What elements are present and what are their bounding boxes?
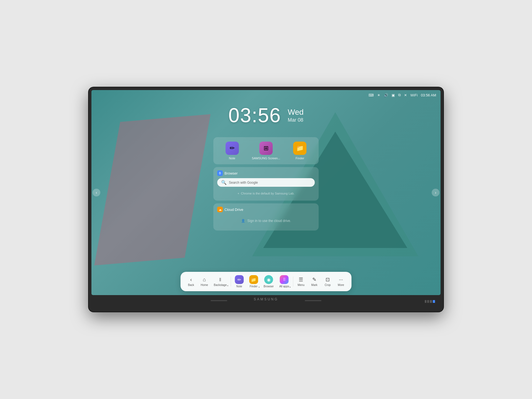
- bezel-bottom: SAMSUNG: [91, 295, 441, 303]
- search-icon: 🔍: [221, 180, 227, 185]
- browser-widget-title: Browser: [224, 171, 238, 175]
- browser-widget-icon: B: [217, 170, 223, 176]
- widgets-container: ✏ Note ⊞ SAMSUNG Screen... 📁 Finder B Br…: [213, 137, 319, 231]
- browser-label: Browser: [264, 285, 274, 288]
- clock-time: 03:56: [228, 104, 281, 127]
- cloud-content: 👤 Sign in to use the cloud drive.: [217, 214, 315, 227]
- crop-label: Crop: [325, 283, 331, 287]
- note-label: Note: [236, 285, 242, 288]
- samsung-app-icon: ⊞: [259, 142, 273, 155]
- more-icon: ···: [339, 277, 343, 283]
- mark-icon: ✎: [312, 277, 316, 283]
- browser-widget-header: B Browser: [217, 170, 315, 176]
- browser-add-icon: +: [237, 192, 239, 195]
- menu-icon: ☰: [299, 277, 303, 283]
- clock-month: Mar 08: [288, 117, 304, 123]
- taskbar-crop-button[interactable]: ⊡ Crop: [321, 275, 334, 288]
- app-samsung-screen[interactable]: ⊞ SAMSUNG Screen...: [252, 142, 280, 160]
- speaker-left: [211, 300, 227, 301]
- taskbar-divider-2: [293, 277, 293, 287]
- taskbar-backstage-button[interactable]: ⦀ Backstage ▾: [212, 276, 229, 288]
- right-arrow[interactable]: ›: [432, 189, 439, 196]
- brightness-icon: ☀: [377, 93, 380, 97]
- note-app-label: Note: [229, 157, 235, 160]
- allapps-dropdown-arrow: ▾: [290, 286, 291, 288]
- browser-content-text: + Chrome is the default by Samsung Lab.: [217, 190, 315, 197]
- mark-label: Mark: [311, 283, 317, 287]
- shape-pink: [94, 114, 211, 265]
- crop-icon: ⊡: [326, 277, 330, 283]
- taskbar-finder-button[interactable]: 📁 Finder ▾: [247, 274, 260, 289]
- taskbar-back-button[interactable]: ‹ Back: [185, 276, 197, 288]
- wifi-icon: WiFi: [410, 93, 418, 97]
- browser-search-bar[interactable]: 🔍 Search with Google: [217, 178, 315, 187]
- brand-logo: SAMSUNG: [254, 297, 278, 301]
- search-bar-placeholder: Search with Google: [229, 181, 258, 185]
- keyboard-icon: ⌨: [369, 93, 374, 97]
- browser-taskbar-icon: ◉: [264, 275, 273, 284]
- samsung-app-label: SAMSUNG Screen...: [252, 157, 280, 160]
- status-time: 03:56 AM: [421, 93, 436, 97]
- port-usb-2: [433, 300, 435, 303]
- widget-cloud-drive: ☁ Cloud Drive 👤 Sign in to use the cloud…: [213, 203, 319, 231]
- taskbar-divider-1: [231, 277, 231, 287]
- status-bar: ⌨ ☀ 🔊 ▣ ⧉ ✕ WiFi 03:56 AM: [91, 90, 441, 100]
- taskbar: ‹ Back ⌂ Home ⦀ Backstage ▾ ✏ Note: [181, 272, 352, 291]
- clock-date: Wed Mar 08: [288, 108, 304, 123]
- speaker-right: [305, 300, 321, 301]
- finder-app-label: Finder: [296, 157, 304, 160]
- backstage-icon: ⦀: [219, 277, 221, 283]
- widget-browser: B Browser 🔍 Search with Google + Chrome …: [213, 167, 319, 201]
- app-finder[interactable]: 📁 Finder: [293, 142, 306, 160]
- finder-taskbar-icon: 📁: [249, 275, 258, 284]
- home-label: Home: [201, 283, 208, 287]
- note-app-icon: ✏: [226, 142, 239, 155]
- home-icon: ⌂: [203, 277, 206, 283]
- back-icon: ‹: [190, 277, 192, 283]
- taskbar-browser-button[interactable]: ◉ Browser: [261, 274, 276, 289]
- taskbar-allapps-button[interactable]: ⠿ All apps ▾: [277, 274, 291, 289]
- port-usb-1: [430, 300, 432, 303]
- clock-day: Wed: [288, 108, 304, 117]
- allapps-taskbar-icon: ⠿: [280, 275, 289, 284]
- finder-label: Finder: [250, 285, 257, 288]
- cloud-widget-icon: ☁: [217, 207, 223, 212]
- app-note[interactable]: ✏ Note: [226, 142, 239, 160]
- person-signin-icon: 👤: [241, 219, 245, 223]
- widget-apps: ✏ Note ⊞ SAMSUNG Screen... 📁 Finder: [213, 137, 319, 164]
- allapps-label: All apps: [279, 285, 289, 288]
- taskbar-mark-button[interactable]: ✎ Mark: [308, 275, 320, 288]
- left-arrow[interactable]: ‹: [93, 189, 100, 196]
- taskbar-home-button[interactable]: ⌂ Home: [198, 276, 211, 288]
- finder-app-icon: 📁: [293, 142, 306, 155]
- volume-icon: 🔊: [384, 93, 388, 97]
- clock-area: 03:56 Wed Mar 08: [228, 104, 303, 127]
- backstage-dropdown-arrow: ▾: [227, 285, 228, 287]
- finder-dropdown-arrow: ▾: [259, 286, 260, 288]
- note-taskbar-icon: ✏: [235, 275, 244, 284]
- more-label: More: [338, 283, 344, 287]
- backstage-label: Backstage: [214, 283, 227, 287]
- taskbar-menu-button[interactable]: ☰ Menu: [295, 275, 307, 288]
- cloud-widget-title: Cloud Drive: [224, 208, 243, 212]
- taskbar-note-button[interactable]: ✏ Note: [232, 274, 246, 289]
- back-label: Back: [188, 283, 194, 287]
- port-1: [425, 300, 426, 303]
- screen: ⌨ ☀ 🔊 ▣ ⧉ ✕ WiFi 03:56 AM 03:56 Wed Mar …: [91, 90, 441, 295]
- port-2: [427, 300, 429, 303]
- cloud-signin-text: Sign in to use the cloud drive.: [247, 219, 291, 223]
- ports-area: [425, 300, 435, 303]
- monitor: ⌨ ☀ 🔊 ▣ ⧉ ✕ WiFi 03:56 AM 03:56 Wed Mar …: [89, 87, 443, 312]
- person-icon: ✕: [404, 93, 407, 97]
- cloud-widget-header: ☁ Cloud Drive: [217, 207, 315, 212]
- menu-label: Menu: [298, 283, 305, 287]
- record-icon: ▣: [392, 93, 395, 97]
- screen-share-icon: ⧉: [398, 93, 401, 97]
- taskbar-more-button[interactable]: ··· More: [335, 276, 347, 288]
